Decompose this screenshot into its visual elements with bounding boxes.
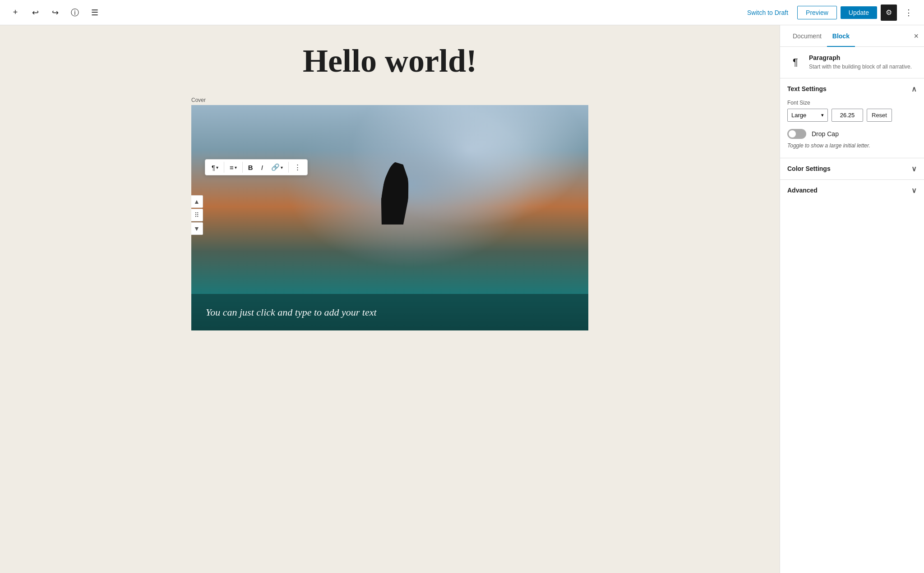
align-icon: ≡: [230, 164, 234, 171]
preview-button[interactable]: Preview: [797, 6, 837, 19]
ellipsis-vertical-icon: ⋮: [294, 163, 301, 171]
ellipsis-icon: ⋮: [905, 8, 913, 18]
drop-cap-row: Drop Cap: [787, 129, 917, 139]
chevron-down-icon-4: ▼: [194, 225, 200, 232]
color-settings-header[interactable]: Color Settings ∨: [780, 158, 924, 179]
settings-button[interactable]: ⚙: [881, 5, 897, 21]
toolbar-left: + ↩ ↪ ⓘ ☰: [7, 5, 103, 21]
toolbar-right: Switch to Draft Preview Update ⚙ ⋮: [742, 5, 917, 21]
undo-icon: ↩: [32, 8, 39, 18]
text-settings-label: Text Settings: [787, 85, 827, 92]
switch-to-draft-button[interactable]: Switch to Draft: [742, 6, 794, 19]
block-details: Paragraph Start with the building block …: [809, 54, 912, 71]
main-layout: Hello world! Cover ¶ ▾ ≡ ▾: [0, 25, 924, 573]
block-move-controls: ▲ ⠿ ▼: [191, 195, 203, 235]
move-up-button[interactable]: ▲: [191, 195, 203, 208]
paragraph-type-button[interactable]: ¶ ▾: [208, 162, 222, 173]
drop-cap-label: Drop Cap: [812, 130, 839, 138]
update-button[interactable]: Update: [841, 6, 877, 19]
undo-button[interactable]: ↩: [27, 5, 43, 21]
link-icon: 🔗: [271, 163, 280, 171]
color-settings-label: Color Settings: [787, 165, 831, 172]
font-size-row: Large ▾ Reset: [787, 109, 917, 122]
font-size-label: Font Size: [787, 100, 917, 106]
add-icon: +: [13, 8, 18, 17]
top-toolbar: + ↩ ↪ ⓘ ☰ Switch to Draft Preview Update…: [0, 0, 924, 25]
block-info: ¶ Paragraph Start with the building bloc…: [780, 47, 924, 78]
color-settings-chevron-down-icon: ∨: [911, 165, 917, 173]
font-size-select[interactable]: Large ▾: [787, 109, 828, 122]
tab-document[interactable]: Document: [787, 25, 827, 47]
toolbar-divider-2: [242, 162, 243, 173]
chevron-down-icon-5: ▾: [821, 112, 824, 118]
toolbar-divider-1: [224, 162, 224, 173]
block-floating-toolbar: ¶ ▾ ≡ ▾ B I 🔗: [205, 159, 308, 175]
gear-icon: ⚙: [886, 8, 892, 17]
text-settings-content: Font Size Large ▾ Reset Drop Cap Toggle …: [780, 100, 924, 158]
block-type-icon: ¶: [787, 54, 804, 70]
add-block-button[interactable]: +: [7, 5, 23, 21]
info-button[interactable]: ⓘ: [67, 5, 83, 21]
chevron-down-icon-2: ▾: [235, 165, 237, 170]
paragraph-icon: ¶: [212, 164, 215, 171]
drop-cap-toggle[interactable]: [787, 129, 806, 139]
block-description: Start with the building block of all nar…: [809, 63, 912, 71]
drop-cap-hint: Toggle to show a large initial letter.: [787, 142, 917, 149]
info-icon: ⓘ: [71, 7, 79, 18]
font-size-input[interactable]: [832, 109, 863, 122]
redo-button[interactable]: ↪: [47, 5, 63, 21]
advanced-chevron-down-icon: ∨: [911, 186, 917, 195]
bold-icon: B: [248, 164, 253, 171]
close-sidebar-button[interactable]: ×: [914, 31, 919, 41]
right-sidebar: Document Block × ¶ Paragraph Start with …: [780, 25, 924, 573]
italic-icon: I: [261, 164, 263, 171]
chevron-down-icon: ▾: [216, 165, 218, 170]
chevron-down-icon-3: ▾: [281, 165, 283, 170]
toolbar-divider-3: [288, 162, 289, 173]
block-name: Paragraph: [809, 54, 912, 61]
cover-block-label: Cover: [191, 97, 588, 103]
sidebar-tabs: Document Block ×: [780, 25, 924, 47]
list-view-button[interactable]: ☰: [87, 5, 103, 21]
cover-paragraph[interactable]: You can just click and type to add your …: [206, 305, 574, 320]
editor-content: Hello world! Cover ¶ ▾ ≡ ▾: [191, 43, 588, 330]
more-options-button[interactable]: ⋮: [901, 5, 917, 21]
drag-handle[interactable]: ⠿: [191, 209, 203, 221]
move-down-button[interactable]: ▼: [191, 222, 203, 235]
bold-button[interactable]: B: [245, 162, 257, 173]
text-settings-header[interactable]: Text Settings ∧: [780, 78, 924, 100]
list-icon: ☰: [91, 8, 98, 18]
advanced-label: Advanced: [787, 187, 818, 194]
text-settings-chevron-up-icon: ∧: [911, 85, 917, 93]
cover-text-overlay[interactable]: You can just click and type to add your …: [191, 294, 588, 330]
cover-block[interactable]: ¶ ▾ ≡ ▾ B I 🔗: [191, 105, 588, 330]
redo-icon: ↪: [52, 8, 59, 18]
post-title[interactable]: Hello world!: [191, 43, 588, 79]
text-settings-section: Text Settings ∧ Font Size Large ▾ Reset …: [780, 78, 924, 158]
more-rich-text-button[interactable]: ⋮: [291, 161, 305, 173]
align-button[interactable]: ≡ ▾: [226, 162, 240, 173]
drag-icon: ⠿: [194, 211, 199, 219]
color-settings-section: Color Settings ∨: [780, 158, 924, 179]
link-button[interactable]: 🔗 ▾: [268, 161, 286, 173]
chevron-up-icon: ▲: [194, 198, 200, 205]
italic-button[interactable]: I: [258, 162, 267, 173]
advanced-section: Advanced ∨: [780, 179, 924, 201]
advanced-header[interactable]: Advanced ∨: [780, 180, 924, 201]
editor-area[interactable]: Hello world! Cover ¶ ▾ ≡ ▾: [0, 25, 780, 573]
reset-font-size-button[interactable]: Reset: [867, 109, 892, 122]
tab-block[interactable]: Block: [827, 25, 855, 47]
